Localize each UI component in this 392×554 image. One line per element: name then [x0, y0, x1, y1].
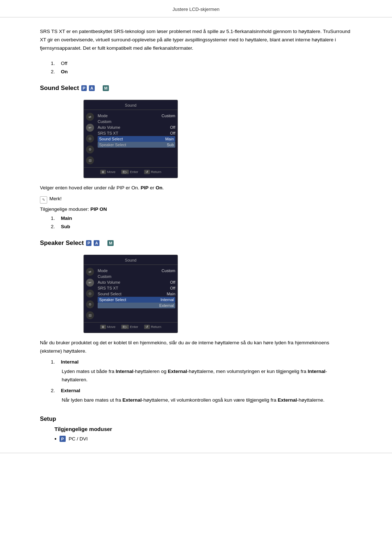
- osd-row-s-mode: Mode Custom: [98, 268, 175, 274]
- osd-menu-sound-select: Sound ⇄ ↩ ◎ ⚙ ▤ Mode Custom Custom: [83, 100, 178, 178]
- speaker-badge-p: P: [86, 240, 91, 246]
- osd-row-auto-volume: Auto Volume Off: [98, 124, 175, 130]
- sound-select-heading: Sound Select P A M: [40, 85, 352, 92]
- speaker-badge-a: A: [94, 240, 99, 246]
- setup-heading: Setup: [40, 416, 352, 422]
- speaker-badge-m: M: [107, 240, 114, 246]
- osd-row-s-auto-volume: Auto Volume Off: [98, 279, 175, 285]
- osd-row-mode: Mode Custom: [98, 113, 175, 119]
- speaker-select-heading: Speaker Select P A M: [40, 239, 352, 247]
- pc-dvi-label: PC / DVI: [69, 436, 88, 442]
- sound-select-desc: Velger enten hoved eller under når PIP e…: [40, 184, 352, 192]
- note-box: ✎ Merk!: [40, 196, 352, 204]
- speaker-option-1: 1. Internal: [51, 359, 352, 365]
- sound-select-label: Sound Select: [40, 85, 79, 92]
- page-footer: [0, 453, 392, 460]
- badge-m: M: [103, 85, 109, 91]
- osd-row-sound-select: Sound Select Main: [98, 136, 175, 142]
- osd-icon-s1[interactable]: ⇄: [86, 268, 94, 276]
- speaker-select-osd: Sound ⇄ ↩ ◎ ⚙ ▤ Mode Custom Custom: [83, 255, 178, 333]
- osd-row-speaker-select: Speaker Select Sub: [98, 142, 175, 148]
- osd-icon-s4[interactable]: ⚙: [86, 300, 94, 308]
- main-content: SRS TS XT er en patentbeskyttet SRS-tekn…: [0, 28, 392, 442]
- page-header: Justere LCD-skjermen: [0, 0, 392, 17]
- speaker-option-2: 2. External: [51, 388, 352, 393]
- intro-text: SRS TS XT er en patentbeskyttet SRS-tekn…: [40, 28, 352, 53]
- osd-row-s-external: External: [98, 303, 175, 308]
- speaker-select-desc: Når du bruker produktet og det er koblet…: [40, 339, 352, 356]
- badge-p: P: [81, 85, 87, 91]
- internal-desc: Lyden mates ut både fra Internal-høyttal…: [62, 368, 352, 384]
- osd-icon-s3[interactable]: ◎: [86, 290, 94, 297]
- osd-icon-1[interactable]: ⇄: [86, 113, 94, 121]
- pc-dvi-item: • P PC / DVI: [54, 436, 352, 442]
- available-modes: Tilgjengelige moduser: PIP ON: [40, 206, 352, 212]
- osd-row-s-speaker-select: Speaker Select Internal: [98, 297, 175, 303]
- osd-icon-s2[interactable]: ↩: [86, 279, 94, 287]
- osd-row-s-custom: Custom: [98, 274, 175, 279]
- speaker-select-label: Speaker Select: [40, 239, 84, 247]
- osd-title-2: Sound: [84, 257, 177, 265]
- osd-icon-3[interactable]: ◎: [86, 135, 94, 143]
- osd-icon-5[interactable]: ▤: [86, 156, 94, 164]
- bullet-dot: •: [54, 436, 57, 442]
- srs-option-2: 2. On: [51, 69, 352, 74]
- pc-badge: P: [60, 436, 66, 442]
- osd-menu-speaker-select: Sound ⇄ ↩ ◎ ⚙ ▤ Mode Custom Custom: [83, 255, 178, 333]
- osd-row-srs: SRS TS XT Off: [98, 130, 175, 136]
- sound-select-osd: Sound ⇄ ↩ ◎ ⚙ ▤ Mode Custom Custom: [83, 100, 178, 178]
- note-text: Merk!: [49, 196, 62, 201]
- sound-select-option-1: 1. Main: [51, 216, 352, 221]
- osd-title: Sound: [84, 102, 177, 110]
- available-modes-heading: Tilgjengelige moduser: [54, 426, 352, 432]
- osd-row-s-srs: SRS TS XT Off: [98, 285, 175, 291]
- osd-icon-4[interactable]: ⚙: [86, 145, 94, 153]
- osd-row-custom: Custom: [98, 119, 175, 124]
- osd-row-s-sound-select: Sound Select Main: [98, 291, 175, 297]
- external-desc: Når lyden bare mates ut fra External-høy…: [62, 396, 352, 405]
- srs-option-1: 1. Off: [51, 61, 352, 66]
- sound-select-option-2: 2. Sub: [51, 224, 352, 229]
- badge-a: A: [89, 85, 95, 91]
- osd-icon-2[interactable]: ↩: [86, 124, 94, 132]
- header-title: Justere LCD-skjermen: [172, 7, 219, 12]
- note-icon: ✎: [40, 196, 47, 204]
- osd-icon-s5[interactable]: ▤: [86, 311, 94, 319]
